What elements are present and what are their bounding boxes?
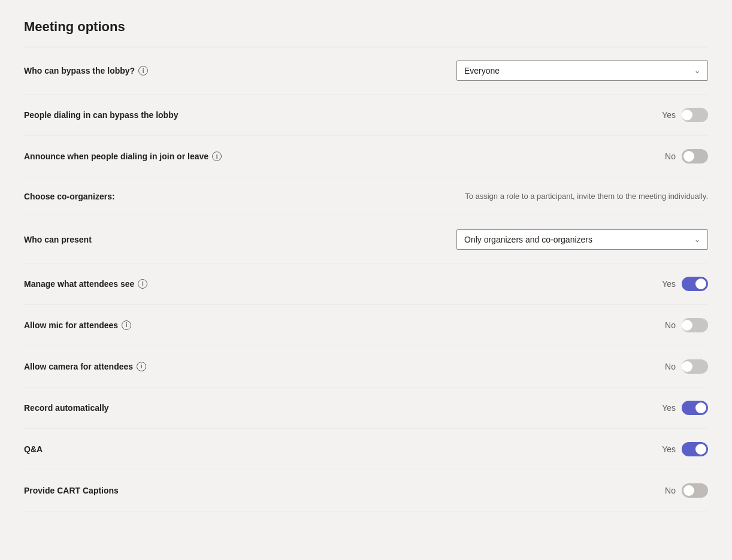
info-icon-announce-dialing[interactable]: i	[212, 152, 222, 161]
info-icon-bypass-lobby[interactable]: i	[138, 66, 148, 75]
option-label-text-co-organizers: Choose co-organizers:	[24, 192, 115, 201]
option-row-manage-attendees: Manage what attendees seeiYes	[24, 264, 708, 305]
toggle-track-allow-camera	[682, 359, 708, 374]
option-label-allow-camera: Allow camera for attendeesi	[24, 362, 146, 371]
dropdown-value-bypass-lobby: Everyone	[464, 66, 500, 75]
option-label-text-allow-mic: Allow mic for attendees	[24, 320, 118, 330]
option-control-record-auto: Yes	[662, 401, 708, 415]
toggle-track-dialing-bypass	[682, 108, 708, 122]
toggle-status-dialing-bypass: Yes	[662, 110, 676, 120]
option-label-cart-captions: Provide CART Captions	[24, 486, 119, 495]
toggle-track-manage-attendees	[682, 277, 708, 291]
dropdown-who-can-present[interactable]: Only organizers and co-organizers⌄	[456, 229, 708, 250]
toggle-track-announce-dialing	[682, 149, 708, 164]
option-control-who-can-present: Only organizers and co-organizers⌄	[456, 229, 708, 250]
toggle-announce-dialing[interactable]	[682, 149, 708, 164]
options-list: Who can bypass the lobby?iEveryone⌄Peopl…	[24, 47, 708, 511]
toggle-track-cart-captions	[682, 483, 708, 498]
toggle-dialing-bypass	[682, 108, 708, 122]
toggle-cart-captions[interactable]	[682, 483, 708, 498]
option-label-announce-dialing: Announce when people dialing in join or …	[24, 152, 222, 161]
toggle-track-record-auto	[682, 401, 708, 415]
option-label-record-auto: Record automatically	[24, 403, 109, 413]
toggle-thumb-dialing-bypass	[682, 110, 692, 120]
option-label-co-organizers: Choose co-organizers:	[24, 192, 115, 201]
info-icon-allow-mic[interactable]: i	[122, 320, 131, 330]
info-icon-allow-camera[interactable]: i	[137, 362, 146, 371]
info-icon-manage-attendees[interactable]: i	[138, 279, 147, 289]
option-control-co-organizers: To assign a role to a participant, invit…	[465, 190, 708, 202]
option-row-who-can-present: Who can presentOnly organizers and co-or…	[24, 216, 708, 264]
option-label-manage-attendees: Manage what attendees seei	[24, 279, 147, 289]
option-label-text-cart-captions: Provide CART Captions	[24, 486, 119, 495]
toggle-allow-mic	[682, 318, 708, 332]
option-row-allow-mic: Allow mic for attendeesiNo	[24, 305, 708, 346]
option-label-text-announce-dialing: Announce when people dialing in join or …	[24, 152, 208, 161]
option-label-bypass-lobby: Who can bypass the lobby?i	[24, 66, 148, 75]
toggle-track-allow-mic	[682, 318, 708, 332]
toggle-status-allow-mic: No	[665, 320, 676, 330]
option-label-qa: Q&A	[24, 444, 43, 454]
option-control-qa: Yes	[662, 442, 708, 456]
dropdown-bypass-lobby[interactable]: Everyone⌄	[456, 60, 708, 81]
option-label-text-qa: Q&A	[24, 444, 43, 454]
option-label-dialing-bypass: People dialing in can bypass the lobby	[24, 110, 179, 120]
option-label-text-dialing-bypass: People dialing in can bypass the lobby	[24, 110, 179, 120]
option-control-manage-attendees: Yes	[662, 277, 708, 291]
toggle-thumb-cart-captions	[683, 485, 694, 496]
option-label-allow-mic: Allow mic for attendeesi	[24, 320, 131, 330]
option-row-dialing-bypass: People dialing in can bypass the lobbyYe…	[24, 95, 708, 136]
co-organizer-hint: To assign a role to a participant, invit…	[465, 190, 708, 202]
toggle-status-announce-dialing: No	[665, 152, 676, 161]
dropdown-arrow-bypass-lobby: ⌄	[694, 66, 700, 75]
option-label-text-manage-attendees: Manage what attendees see	[24, 279, 134, 289]
toggle-status-cart-captions: No	[665, 486, 676, 495]
dropdown-arrow-who-can-present: ⌄	[694, 235, 700, 244]
option-row-announce-dialing: Announce when people dialing in join or …	[24, 136, 708, 177]
option-row-cart-captions: Provide CART CaptionsNo	[24, 470, 708, 511]
toggle-thumb-allow-camera	[682, 361, 692, 372]
option-control-allow-mic: No	[665, 318, 708, 332]
toggle-thumb-manage-attendees	[695, 279, 706, 289]
toggle-track-qa	[682, 442, 708, 456]
option-control-cart-captions: No	[665, 483, 708, 498]
option-control-dialing-bypass: Yes	[662, 108, 708, 122]
toggle-record-auto[interactable]	[682, 401, 708, 415]
option-row-qa: Q&AYes	[24, 429, 708, 470]
toggle-thumb-qa	[695, 444, 706, 455]
option-control-allow-camera: No	[665, 359, 708, 374]
option-row-co-organizers: Choose co-organizers:To assign a role to…	[24, 177, 708, 216]
dropdown-value-who-can-present: Only organizers and co-organizers	[464, 235, 592, 244]
toggle-thumb-announce-dialing	[683, 151, 694, 162]
option-control-announce-dialing: No	[665, 149, 708, 164]
toggle-status-record-auto: Yes	[662, 403, 676, 413]
meeting-options-container: Meeting options Who can bypass the lobby…	[0, 0, 732, 531]
option-control-bypass-lobby: Everyone⌄	[456, 60, 708, 81]
toggle-status-allow-camera: No	[665, 362, 676, 371]
toggle-manage-attendees[interactable]	[682, 277, 708, 291]
option-label-text-who-can-present: Who can present	[24, 235, 92, 244]
toggle-allow-camera	[682, 359, 708, 374]
toggle-qa[interactable]	[682, 442, 708, 456]
option-label-text-allow-camera: Allow camera for attendees	[24, 362, 133, 371]
option-label-text-bypass-lobby: Who can bypass the lobby?	[24, 66, 135, 75]
option-label-who-can-present: Who can present	[24, 235, 92, 244]
toggle-status-manage-attendees: Yes	[662, 279, 676, 289]
option-row-record-auto: Record automaticallyYes	[24, 388, 708, 429]
toggle-status-qa: Yes	[662, 444, 676, 454]
option-label-text-record-auto: Record automatically	[24, 403, 109, 413]
toggle-thumb-record-auto	[695, 402, 706, 413]
toggle-thumb-allow-mic	[682, 320, 692, 331]
option-row-bypass-lobby: Who can bypass the lobby?iEveryone⌄	[24, 47, 708, 95]
option-row-allow-camera: Allow camera for attendeesiNo	[24, 346, 708, 388]
page-title: Meeting options	[24, 19, 708, 35]
